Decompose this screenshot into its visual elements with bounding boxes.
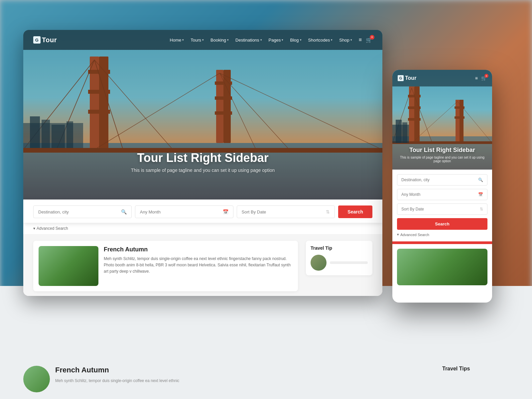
logo-g: G (33, 36, 41, 44)
logo-text: Tour (42, 36, 57, 44)
month-input[interactable] (140, 209, 220, 214)
nav-icons: ≡ 🛒 8 (359, 37, 372, 43)
advanced-search-link[interactable]: ▾ Advanced Search (33, 226, 372, 231)
tour-card-image (39, 246, 98, 286)
desktop-logo[interactable]: G Tour (33, 36, 57, 44)
blog-chevron: ▾ (300, 38, 302, 42)
sidebar-text-placeholder (330, 261, 368, 264)
nav-pages[interactable]: Pages ▾ (269, 38, 284, 43)
mobile-hamburger-icon[interactable]: ≡ (475, 75, 478, 81)
hero-title: Tour List Right Sidebar (23, 151, 382, 165)
nav-menu: Home ▾ Tours ▾ Booking ▾ Destinations ▾ … (170, 38, 352, 43)
advanced-chevron: ▾ (33, 226, 35, 231)
hamburger-icon[interactable]: ≡ (359, 37, 362, 43)
hero-subtitle: This is sample of page tagline and you c… (23, 168, 382, 173)
mobile-advanced-chevron: ▾ (397, 232, 399, 237)
nav-tours[interactable]: Tours ▾ (191, 38, 204, 43)
sort-input[interactable] (242, 209, 324, 214)
cart-icon[interactable]: 🛒 8 (366, 37, 372, 43)
tour-card: French Autumn Meh synth Schlitz, tempor … (33, 241, 298, 291)
mobile-logo-text: Tour (405, 75, 416, 81)
mobile-month-input[interactable] (401, 192, 475, 197)
mobile-hero-text: Tour List Right Sidebar This is sample o… (392, 147, 492, 163)
bottom-tour-card: French Autumn Meh synth Schlitz, tempor … (23, 366, 429, 392)
bottom-tour-title: French Autumn (23, 366, 429, 374)
bottom-tour-image (23, 366, 50, 392)
mobile-search-area: 🔍 📅 ⇅ Search ▾ Advanced Search (392, 170, 492, 241)
nav-destinations[interactable]: Destinations ▾ (235, 38, 262, 43)
mobile-cart-icon[interactable]: 🛒 8 (481, 75, 487, 81)
sidebar-item (311, 255, 368, 271)
mobile-advanced-search[interactable]: ▾ Advanced Search (397, 232, 487, 237)
calendar-icon: 📅 (223, 209, 228, 214)
home-chevron: ▾ (182, 38, 184, 42)
sidebar-widget: Travel Tip (306, 241, 372, 275)
mobile-nav: G Tour ≡ 🛒 8 (392, 70, 492, 86)
bottom-tour-text: Meh synth Schlitz, tempor duis single-or… (23, 378, 429, 384)
mobile-search-icon: 🔍 (478, 178, 483, 182)
mobile-logo-g: G (398, 75, 404, 81)
mobile-search-button[interactable]: Search (397, 218, 487, 230)
advanced-row: ▾ Advanced Search (23, 223, 382, 234)
shop-chevron: ▾ (350, 38, 352, 42)
mobile-red-bar (392, 241, 492, 244)
month-field[interactable]: 📅 (135, 205, 233, 218)
avatar (311, 255, 327, 271)
mobile-sort-field[interactable]: ⇅ (397, 203, 487, 215)
tour-card-description: Meh synth Schlitz, tempor duis single-or… (104, 256, 293, 275)
search-button[interactable]: Search (338, 205, 372, 218)
nav-shortcodes[interactable]: Shortcodes ▾ (308, 38, 333, 43)
destination-input[interactable] (38, 209, 118, 214)
bottom-tour-info: French Autumn Meh synth Schlitz, tempor … (23, 366, 429, 384)
desktop-search-bar: 🔍 📅 ⇅ Search (23, 200, 382, 223)
tours-chevron: ▾ (202, 38, 204, 42)
desktop-hero-text: Tour List Right Sidebar This is sample o… (23, 151, 382, 173)
mobile-sort-icon: ⇅ (480, 207, 483, 211)
cart-badge: 8 (370, 35, 374, 40)
booking-chevron: ▾ (227, 38, 229, 42)
bottom-content-area: French Autumn Meh synth Schlitz, tempor … (23, 366, 509, 392)
pages-chevron: ▾ (282, 38, 283, 42)
search-bar-wrapper: 🔍 📅 ⇅ Search ▾ Advanced Search (23, 200, 382, 234)
mobile-mockup: G Tour ≡ 🛒 8 Tour List Right Sidebar Thi… (392, 70, 492, 303)
sidebar-title: Travel Tip (311, 245, 368, 251)
destination-field[interactable]: 🔍 (33, 205, 132, 218)
shortcodes-chevron: ▾ (331, 38, 332, 42)
mobile-destination-field[interactable]: 🔍 (397, 174, 487, 186)
tour-image-bg (39, 246, 98, 286)
mobile-hero-title: Tour List Right Sidebar (398, 147, 487, 154)
nav-booking[interactable]: Booking ▾ (210, 38, 229, 43)
tour-card-body: French Autumn Meh synth Schlitz, tempor … (104, 246, 293, 286)
mobile-month-field[interactable]: 📅 (397, 189, 487, 200)
desktop-content-area: French Autumn Meh synth Schlitz, tempor … (23, 234, 382, 296)
bottom-sidebar: Travel Tips (442, 366, 509, 392)
nav-blog[interactable]: Blog ▾ (290, 38, 301, 43)
destinations-chevron: ▾ (260, 38, 262, 42)
mobile-destination-input[interactable] (401, 178, 475, 182)
nav-home[interactable]: Home ▾ (170, 38, 184, 43)
nav-shop[interactable]: Shop ▾ (339, 38, 352, 43)
mobile-cart-badge: 8 (484, 74, 488, 78)
mobile-logo[interactable]: G Tour (398, 75, 416, 81)
sort-icon: ⇅ (326, 209, 330, 214)
desktop-mockup: G Tour Home ▾ Tours ▾ Booking ▾ Destinat… (23, 30, 382, 296)
mobile-card-image (397, 249, 487, 285)
mobile-nav-icons: ≡ 🛒 8 (475, 75, 487, 81)
mobile-hero-subtitle: This is sample of page tagline and you c… (398, 156, 487, 163)
mobile-sort-input[interactable] (401, 207, 477, 211)
mobile-calendar-icon: 📅 (478, 192, 483, 197)
main-content: French Autumn Meh synth Schlitz, tempor … (33, 241, 298, 291)
hero-overlay (23, 30, 382, 200)
mobile-content (392, 244, 492, 290)
desktop-nav: G Tour Home ▾ Tours ▾ Booking ▾ Destinat… (23, 30, 382, 50)
tour-card-title: French Autumn (104, 246, 293, 253)
bottom-sidebar-title: Travel Tips (442, 366, 509, 372)
search-icon: 🔍 (121, 209, 127, 214)
mobile-hero: G Tour ≡ 🛒 8 Tour List Right Sidebar Thi… (392, 70, 492, 170)
desktop-hero: G Tour Home ▾ Tours ▾ Booking ▾ Destinat… (23, 30, 382, 200)
sort-field[interactable]: ⇅ (237, 205, 335, 218)
desktop-sidebar: Travel Tip (306, 241, 372, 291)
